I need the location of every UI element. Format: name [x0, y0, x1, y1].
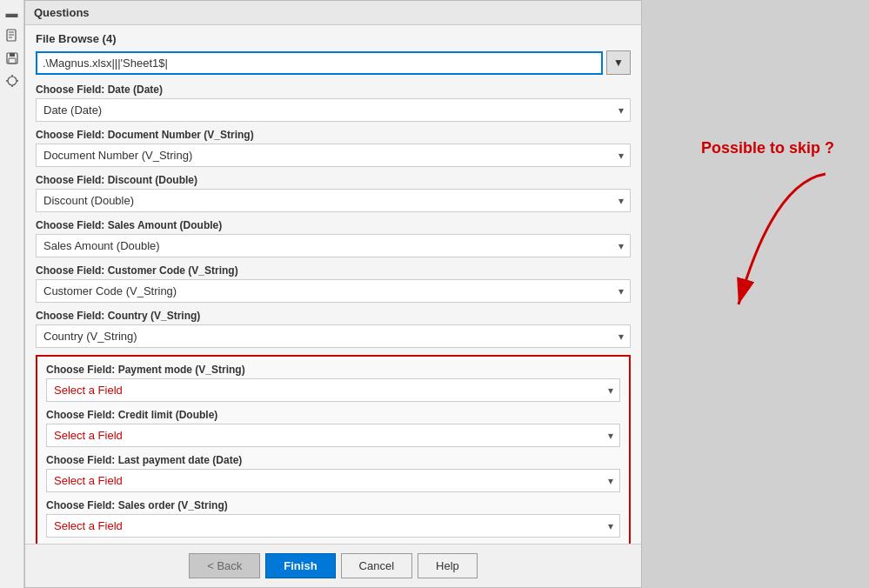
field-credit-limit-wrapper: Select a Field: [46, 424, 620, 447]
field-credit-limit-select[interactable]: Select a Field: [46, 424, 620, 447]
right-area: Possible to skip ?: [642, 0, 869, 588]
sidebar-icon-top[interactable]: ▬: [3, 3, 22, 23]
field-country-wrapper: Country (V_String): [36, 324, 631, 348]
field-customer-code: Choose Field: Customer Code (V_String) C…: [36, 264, 631, 303]
field-credit-limit-label: Choose Field: Credit limit (Double): [46, 409, 620, 421]
field-payment-mode: Choose Field: Payment mode (V_String) Se…: [46, 364, 620, 402]
svg-rect-6: [9, 58, 16, 63]
dialog-title: Questions: [25, 1, 641, 25]
field-discount-select[interactable]: Discount (Double): [36, 189, 631, 212]
field-customer-code-label: Choose Field: Customer Code (V_String): [36, 264, 631, 277]
field-sales-order-label: Choose Field: Sales order (V_String): [46, 499, 620, 511]
field-sales-amount-label: Choose Field: Sales Amount (Double): [36, 219, 631, 231]
field-doc-number-select[interactable]: Document Number (V_String): [36, 144, 631, 167]
field-country: Choose Field: Country (V_String) Country…: [36, 310, 631, 348]
svg-point-7: [8, 77, 17, 85]
field-sales-amount-select[interactable]: Sales Amount (Double): [36, 234, 631, 257]
file-path-input[interactable]: [36, 51, 603, 75]
field-doc-number: Choose Field: Document Number (V_String)…: [36, 129, 631, 167]
file-browse-row: ▼: [36, 50, 631, 75]
field-sales-order-select[interactable]: Select a Field: [46, 514, 620, 538]
field-date-label: Choose Field: Date (Date): [36, 84, 631, 96]
field-payment-mode-wrapper: Select a Field: [46, 378, 620, 402]
field-sales-amount-wrapper: Sales Amount (Double): [36, 234, 631, 257]
field-payment-mode-label: Choose Field: Payment mode (V_String): [46, 364, 620, 376]
highlighted-section: Choose Field: Payment mode (V_String) Se…: [36, 355, 631, 544]
annotation-arrow-icon: [704, 165, 843, 322]
sidebar-icon-save[interactable]: [3, 49, 22, 68]
field-date-select[interactable]: Date (Date): [36, 98, 631, 122]
dialog-content: File Browse (4) ▼ Choose Field: Date (Da…: [25, 25, 641, 544]
field-last-payment-date: Choose Field: Last payment date (Date) S…: [46, 454, 620, 492]
field-last-payment-date-wrapper: Select a Field: [46, 469, 620, 492]
field-last-payment-date-label: Choose Field: Last payment date (Date): [46, 454, 620, 466]
field-discount: Choose Field: Discount (Double) Discount…: [36, 174, 631, 212]
field-discount-label: Choose Field: Discount (Double): [36, 174, 631, 186]
field-sales-order-wrapper: Select a Field: [46, 514, 620, 538]
field-sales-amount: Choose Field: Sales Amount (Double) Sale…: [36, 219, 631, 257]
file-dropdown-button[interactable]: ▼: [606, 50, 631, 75]
field-sales-order: Choose Field: Sales order (V_String) Sel…: [46, 499, 620, 538]
field-country-select[interactable]: Country (V_String): [36, 324, 631, 348]
sidebar: ▬: [0, 0, 24, 588]
field-last-payment-date-select[interactable]: Select a Field: [46, 469, 620, 492]
back-button[interactable]: < Back: [189, 553, 260, 578]
svg-rect-5: [10, 53, 15, 57]
main-area: Questions File Browse (4) ▼ Choose Field…: [24, 0, 869, 588]
field-country-label: Choose Field: Country (V_String): [36, 310, 631, 322]
file-browse-title: File Browse (4): [36, 32, 631, 45]
field-date: Choose Field: Date (Date) Date (Date): [36, 84, 631, 122]
field-date-wrapper: Date (Date): [36, 98, 631, 122]
field-discount-wrapper: Discount (Double): [36, 189, 631, 212]
sidebar-icon-tool[interactable]: [3, 71, 22, 90]
field-credit-limit: Choose Field: Credit limit (Double) Sele…: [46, 409, 620, 447]
cancel-button[interactable]: Cancel: [341, 553, 412, 578]
dialog-footer: < Back Finish Cancel Help: [25, 544, 641, 587]
annotation-text: Possible to skip ?: [701, 139, 834, 157]
sidebar-icon-file[interactable]: [3, 26, 22, 45]
field-customer-code-select[interactable]: Customer Code (V_String): [36, 279, 631, 303]
finish-button[interactable]: Finish: [265, 553, 335, 578]
field-doc-number-label: Choose Field: Document Number (V_String): [36, 129, 631, 141]
field-customer-code-wrapper: Customer Code (V_String): [36, 279, 631, 303]
dialog-panel: Questions File Browse (4) ▼ Choose Field…: [24, 0, 642, 588]
field-payment-mode-select[interactable]: Select a Field: [46, 378, 620, 402]
help-button[interactable]: Help: [418, 553, 478, 578]
field-doc-number-wrapper: Document Number (V_String): [36, 144, 631, 167]
file-browse-section: File Browse (4) ▼: [36, 32, 631, 75]
